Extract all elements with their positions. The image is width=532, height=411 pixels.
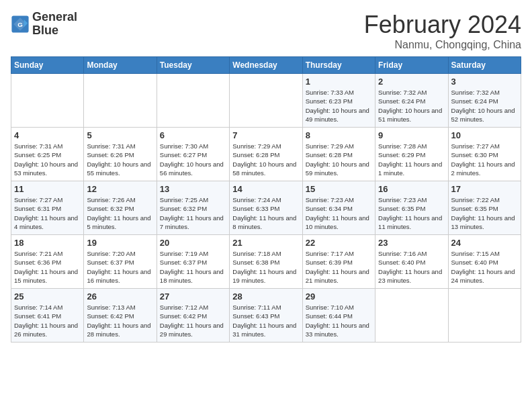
calendar-cell: 26Sunrise: 7:13 AMSunset: 6:42 PMDayligh… xyxy=(84,289,157,342)
day-number: 8 xyxy=(306,130,372,140)
day-number: 3 xyxy=(451,77,518,87)
day-number: 28 xyxy=(232,291,299,302)
calendar-week-row: 11Sunrise: 7:27 AMSunset: 6:31 PMDayligh… xyxy=(11,181,521,235)
day-info: Sunrise: 7:33 AMSunset: 6:23 PMDaylight:… xyxy=(306,88,372,124)
calendar-cell: 7Sunrise: 7:29 AMSunset: 6:28 PMDaylight… xyxy=(230,128,302,181)
calendar-cell: 15Sunrise: 7:23 AMSunset: 6:34 PMDayligh… xyxy=(302,181,375,235)
day-number: 17 xyxy=(451,184,518,194)
day-number: 1 xyxy=(306,77,372,87)
day-info: Sunrise: 7:12 AMSunset: 6:42 PMDaylight:… xyxy=(160,303,226,338)
calendar-subtitle: Nanmu, Chongqing, China xyxy=(364,39,521,51)
day-info: Sunrise: 7:20 AMSunset: 6:37 PMDaylight:… xyxy=(87,249,153,285)
day-number: 14 xyxy=(232,184,299,194)
day-number: 29 xyxy=(306,291,372,302)
day-info: Sunrise: 7:24 AMSunset: 6:33 PMDaylight:… xyxy=(232,195,299,231)
day-info: Sunrise: 7:14 AMSunset: 6:41 PMDaylight:… xyxy=(14,303,81,338)
calendar-week-row: 4Sunrise: 7:31 AMSunset: 6:25 PMDaylight… xyxy=(11,128,521,181)
day-info: Sunrise: 7:15 AMSunset: 6:40 PMDaylight:… xyxy=(451,249,518,285)
calendar-cell: 25Sunrise: 7:14 AMSunset: 6:41 PMDayligh… xyxy=(11,289,84,342)
day-number: 7 xyxy=(232,130,299,140)
calendar-cell: 9Sunrise: 7:28 AMSunset: 6:29 PMDaylight… xyxy=(375,128,448,181)
day-info: Sunrise: 7:19 AMSunset: 6:37 PMDaylight:… xyxy=(160,249,226,285)
day-number: 19 xyxy=(87,238,153,248)
calendar-header-row: SundayMondayTuesdayWednesdayThursdayFrid… xyxy=(11,57,521,74)
calendar-cell xyxy=(230,74,302,128)
calendar-cell xyxy=(448,289,521,342)
calendar-title: February 2024 xyxy=(364,11,521,39)
day-info: Sunrise: 7:31 AMSunset: 6:25 PMDaylight:… xyxy=(14,142,81,177)
calendar-cell: 23Sunrise: 7:16 AMSunset: 6:40 PMDayligh… xyxy=(375,235,448,289)
title-block: February 2024 Nanmu, Chongqing, China xyxy=(364,11,521,51)
calendar-cell: 4Sunrise: 7:31 AMSunset: 6:25 PMDaylight… xyxy=(11,128,84,181)
calendar-cell: 20Sunrise: 7:19 AMSunset: 6:37 PMDayligh… xyxy=(157,235,229,289)
header-day-tuesday: Tuesday xyxy=(157,57,229,74)
day-number: 18 xyxy=(14,238,81,248)
day-number: 6 xyxy=(160,130,226,140)
day-info: Sunrise: 7:29 AMSunset: 6:28 PMDaylight:… xyxy=(306,142,372,177)
day-number: 11 xyxy=(14,184,81,194)
calendar-cell: 21Sunrise: 7:18 AMSunset: 6:38 PMDayligh… xyxy=(230,235,302,289)
day-info: Sunrise: 7:32 AMSunset: 6:24 PMDaylight:… xyxy=(378,88,445,124)
day-info: Sunrise: 7:23 AMSunset: 6:34 PMDaylight:… xyxy=(306,195,372,231)
day-info: Sunrise: 7:11 AMSunset: 6:43 PMDaylight:… xyxy=(232,303,299,338)
calendar-cell xyxy=(157,74,229,128)
day-info: Sunrise: 7:13 AMSunset: 6:42 PMDaylight:… xyxy=(87,303,153,338)
calendar-cell xyxy=(11,74,84,128)
calendar-cell: 28Sunrise: 7:11 AMSunset: 6:43 PMDayligh… xyxy=(230,289,302,342)
header-day-saturday: Saturday xyxy=(448,57,521,74)
logo-line1: General xyxy=(32,11,77,24)
header-day-monday: Monday xyxy=(84,57,157,74)
logo-text: General Blue xyxy=(32,11,77,38)
calendar-cell: 27Sunrise: 7:12 AMSunset: 6:42 PMDayligh… xyxy=(157,289,229,342)
calendar-week-row: 18Sunrise: 7:21 AMSunset: 6:36 PMDayligh… xyxy=(11,235,521,289)
day-number: 21 xyxy=(232,238,299,248)
calendar-cell xyxy=(375,289,448,342)
logo-icon: G xyxy=(11,15,30,34)
page-header: G General Blue February 2024 Nanmu, Chon… xyxy=(11,11,521,51)
day-info: Sunrise: 7:26 AMSunset: 6:32 PMDaylight:… xyxy=(87,195,153,231)
day-number: 4 xyxy=(14,130,81,140)
logo: G General Blue xyxy=(11,11,77,38)
calendar-cell: 12Sunrise: 7:26 AMSunset: 6:32 PMDayligh… xyxy=(84,181,157,235)
day-info: Sunrise: 7:28 AMSunset: 6:29 PMDaylight:… xyxy=(378,142,445,177)
calendar-cell: 19Sunrise: 7:20 AMSunset: 6:37 PMDayligh… xyxy=(84,235,157,289)
logo-line2: Blue xyxy=(32,24,77,38)
calendar-cell: 1Sunrise: 7:33 AMSunset: 6:23 PMDaylight… xyxy=(302,74,375,128)
day-info: Sunrise: 7:21 AMSunset: 6:36 PMDaylight:… xyxy=(14,249,81,285)
header-day-wednesday: Wednesday xyxy=(230,57,302,74)
calendar-cell: 2Sunrise: 7:32 AMSunset: 6:24 PMDaylight… xyxy=(375,74,448,128)
day-number: 26 xyxy=(87,291,153,302)
day-number: 10 xyxy=(451,130,518,140)
day-info: Sunrise: 7:30 AMSunset: 6:27 PMDaylight:… xyxy=(160,142,226,177)
day-info: Sunrise: 7:25 AMSunset: 6:32 PMDaylight:… xyxy=(160,195,226,231)
calendar-cell: 17Sunrise: 7:22 AMSunset: 6:35 PMDayligh… xyxy=(448,181,521,235)
calendar-cell: 18Sunrise: 7:21 AMSunset: 6:36 PMDayligh… xyxy=(11,235,84,289)
calendar-cell: 10Sunrise: 7:27 AMSunset: 6:30 PMDayligh… xyxy=(448,128,521,181)
calendar-cell: 29Sunrise: 7:10 AMSunset: 6:44 PMDayligh… xyxy=(302,289,375,342)
header-day-friday: Friday xyxy=(375,57,448,74)
day-number: 27 xyxy=(160,291,226,302)
day-info: Sunrise: 7:27 AMSunset: 6:31 PMDaylight:… xyxy=(14,195,81,231)
calendar-cell: 14Sunrise: 7:24 AMSunset: 6:33 PMDayligh… xyxy=(230,181,302,235)
day-number: 9 xyxy=(378,130,445,140)
day-info: Sunrise: 7:29 AMSunset: 6:28 PMDaylight:… xyxy=(232,142,299,177)
calendar-week-row: 25Sunrise: 7:14 AMSunset: 6:41 PMDayligh… xyxy=(11,289,521,342)
header-day-thursday: Thursday xyxy=(302,57,375,74)
day-number: 12 xyxy=(87,184,153,194)
day-info: Sunrise: 7:23 AMSunset: 6:35 PMDaylight:… xyxy=(378,195,445,231)
day-number: 16 xyxy=(378,184,445,194)
calendar-table: SundayMondayTuesdayWednesdayThursdayFrid… xyxy=(11,56,521,342)
calendar-cell: 5Sunrise: 7:31 AMSunset: 6:26 PMDaylight… xyxy=(84,128,157,181)
day-info: Sunrise: 7:16 AMSunset: 6:40 PMDaylight:… xyxy=(378,249,445,285)
day-number: 13 xyxy=(160,184,226,194)
calendar-cell: 6Sunrise: 7:30 AMSunset: 6:27 PMDaylight… xyxy=(157,128,229,181)
day-number: 15 xyxy=(306,184,372,194)
day-info: Sunrise: 7:31 AMSunset: 6:26 PMDaylight:… xyxy=(87,142,153,177)
calendar-cell: 16Sunrise: 7:23 AMSunset: 6:35 PMDayligh… xyxy=(375,181,448,235)
day-info: Sunrise: 7:27 AMSunset: 6:30 PMDaylight:… xyxy=(451,142,518,177)
day-number: 22 xyxy=(306,238,372,248)
calendar-week-row: 1Sunrise: 7:33 AMSunset: 6:23 PMDaylight… xyxy=(11,74,521,128)
calendar-cell: 8Sunrise: 7:29 AMSunset: 6:28 PMDaylight… xyxy=(302,128,375,181)
day-number: 24 xyxy=(451,238,518,248)
day-info: Sunrise: 7:17 AMSunset: 6:39 PMDaylight:… xyxy=(306,249,372,285)
